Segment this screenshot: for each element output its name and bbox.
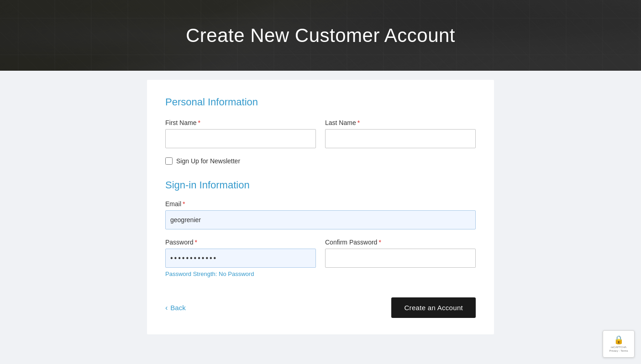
first-name-required-star: * — [198, 119, 200, 126]
form-actions: ‹ Back Create an Account — [165, 294, 476, 318]
form-card: Personal Information First Name* Last Na… — [147, 80, 494, 334]
email-required-star: * — [183, 200, 185, 208]
first-name-label: First Name* — [165, 119, 316, 126]
newsletter-label[interactable]: Sign Up for Newsletter — [176, 157, 240, 165]
recaptcha-subtext: Privacy - Terms — [609, 349, 628, 353]
password-input[interactable] — [165, 249, 316, 268]
signin-info-heading: Sign-in Information — [165, 179, 476, 191]
confirm-password-required-star: * — [378, 239, 381, 246]
last-name-label: Last Name* — [325, 119, 476, 126]
password-group: Password* Password Strength: No Password — [165, 239, 316, 277]
confirm-password-input[interactable] — [325, 249, 476, 268]
last-name-group: Last Name* — [325, 119, 476, 148]
signin-info-section: Sign-in Information Email* Password* Pas… — [165, 179, 476, 277]
password-row: Password* Password Strength: No Password… — [165, 239, 476, 277]
email-input[interactable] — [165, 210, 476, 229]
email-group: Email* — [165, 200, 476, 229]
newsletter-row: Sign Up for Newsletter — [165, 157, 476, 165]
confirm-password-group: Confirm Password* — [325, 239, 476, 277]
password-label: Password* — [165, 239, 316, 246]
recaptcha-label: reCAPTCHA — [611, 346, 626, 349]
last-name-input[interactable] — [325, 129, 476, 148]
email-label: Email* — [165, 200, 476, 208]
recaptcha-badge: 🔒 reCAPTCHA Privacy - Terms — [603, 330, 635, 358]
hero-section: Create New Customer Account — [0, 0, 641, 71]
password-required-star: * — [194, 239, 197, 246]
password-strength-text: Password Strength: No Password — [165, 270, 316, 277]
back-chevron-icon: ‹ — [165, 304, 168, 312]
back-label: Back — [170, 304, 185, 312]
newsletter-checkbox[interactable] — [165, 157, 173, 165]
last-name-required-star: * — [357, 119, 360, 126]
first-name-group: First Name* — [165, 119, 316, 148]
personal-info-section: Personal Information First Name* Last Na… — [165, 96, 476, 165]
main-content: Personal Information First Name* Last Na… — [0, 71, 641, 364]
first-name-input[interactable] — [165, 129, 316, 148]
create-account-button[interactable]: Create an Account — [391, 297, 476, 318]
back-button[interactable]: ‹ Back — [165, 304, 186, 312]
name-row: First Name* Last Name* — [165, 119, 476, 148]
personal-info-heading: Personal Information — [165, 96, 476, 108]
confirm-password-label: Confirm Password* — [325, 239, 476, 246]
page-title: Create New Customer Account — [186, 25, 455, 47]
recaptcha-logo-icon: 🔒 — [614, 335, 624, 345]
